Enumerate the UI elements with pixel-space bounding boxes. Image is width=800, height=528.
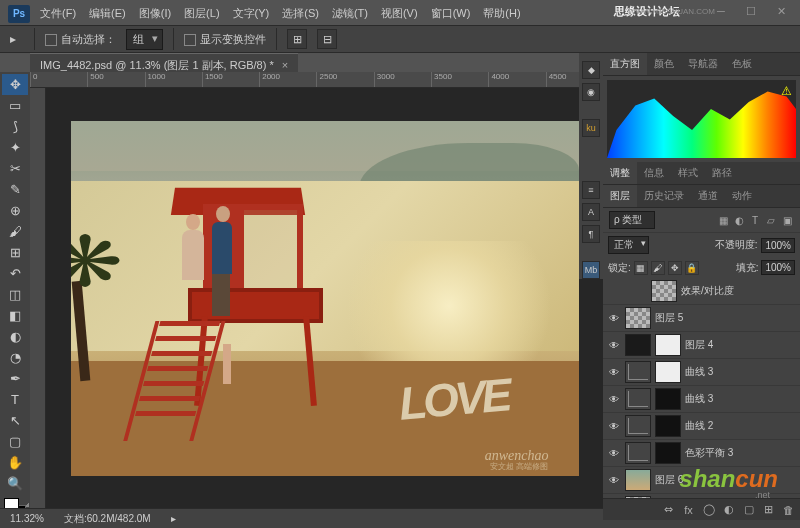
layer-thumbnail[interactable] — [625, 442, 651, 464]
panel-icon[interactable]: ku — [582, 119, 600, 137]
layer-row[interactable]: 👁图层 5 — [603, 305, 800, 332]
filter-adjust-icon[interactable]: ◐ — [732, 213, 746, 227]
tab-adjustments[interactable]: 调整 — [603, 162, 637, 184]
tab-navigator[interactable]: 导航器 — [681, 53, 725, 75]
zoom-level[interactable]: 11.32% — [10, 513, 44, 524]
shape-tool[interactable]: ▢ — [2, 431, 28, 452]
lock-pixels-icon[interactable]: 🖌 — [651, 261, 665, 275]
lock-all-icon[interactable]: 🔒 — [685, 261, 699, 275]
heal-tool[interactable]: ⊕ — [2, 200, 28, 221]
move-tool[interactable]: ✥ — [2, 74, 28, 95]
layer-thumbnail[interactable] — [625, 334, 651, 356]
visibility-toggle[interactable]: 👁 — [607, 340, 621, 351]
fill-input[interactable]: 100% — [761, 260, 795, 275]
tab-color[interactable]: 颜色 — [647, 53, 681, 75]
menu-window[interactable]: 窗口(W) — [428, 4, 474, 23]
close-tab-icon[interactable]: × — [282, 59, 288, 71]
menu-edit[interactable]: 编辑(E) — [86, 4, 129, 23]
menu-select[interactable]: 选择(S) — [279, 4, 322, 23]
delete-layer-icon[interactable]: 🗑 — [781, 502, 796, 517]
history-brush-tool[interactable]: ↶ — [2, 263, 28, 284]
tab-actions[interactable]: 动作 — [725, 185, 759, 207]
eyedropper-tool[interactable]: ✎ — [2, 179, 28, 200]
lock-transparency-icon[interactable]: ▦ — [634, 261, 648, 275]
blend-mode-dropdown[interactable]: 正常 — [608, 236, 649, 254]
menu-view[interactable]: 视图(V) — [378, 4, 421, 23]
menu-type[interactable]: 文字(Y) — [230, 4, 273, 23]
panel-icon[interactable]: A — [582, 203, 600, 221]
layer-style-icon[interactable]: fx — [681, 502, 696, 517]
menu-layer[interactable]: 图层(L) — [181, 4, 222, 23]
align-icon[interactable]: ⊟ — [317, 29, 337, 49]
layer-thumbnail[interactable] — [651, 280, 677, 302]
layer-row[interactable]: 👁曲线 2 — [603, 413, 800, 440]
visibility-toggle[interactable]: 👁 — [607, 394, 621, 405]
layer-thumbnail[interactable] — [625, 469, 651, 491]
menu-help[interactable]: 帮助(H) — [480, 4, 523, 23]
layer-row[interactable]: 效果/对比度 — [603, 278, 800, 305]
layer-thumbnail[interactable] — [625, 496, 651, 498]
layer-row[interactable]: 👁图层 4 — [603, 332, 800, 359]
menu-image[interactable]: 图像(I) — [136, 4, 174, 23]
panel-icon[interactable]: ◉ — [582, 83, 600, 101]
status-arrow[interactable]: ▸ — [171, 513, 176, 524]
layer-thumbnail[interactable] — [625, 307, 651, 329]
histogram-display[interactable]: ⚠ — [607, 80, 796, 158]
visibility-toggle[interactable]: 👁 — [607, 421, 621, 432]
kind-filter[interactable]: ρ 类型 — [609, 211, 655, 229]
blur-tool[interactable]: ◐ — [2, 326, 28, 347]
path-tool[interactable]: ↖ — [2, 410, 28, 431]
tab-channels[interactable]: 通道 — [691, 185, 725, 207]
filter-smart-icon[interactable]: ▣ — [780, 213, 794, 227]
canvas[interactable]: LOVE anwenchao 安文超 高端修图 — [46, 88, 603, 508]
visibility-toggle[interactable]: 👁 — [607, 475, 621, 486]
doc-size[interactable]: 文档:60.2M/482.0M — [64, 512, 151, 526]
new-adjustment-icon[interactable]: ◐ — [721, 502, 736, 517]
brush-tool[interactable]: 🖌 — [2, 221, 28, 242]
panel-icon[interactable]: ¶ — [582, 225, 600, 243]
opacity-input[interactable]: 100% — [761, 238, 795, 253]
app-logo[interactable]: Ps — [8, 5, 30, 23]
tab-swatches[interactable]: 色板 — [725, 53, 759, 75]
layer-row[interactable]: 👁色彩平衡 3 — [603, 440, 800, 467]
maximize-button[interactable]: ☐ — [737, 2, 765, 20]
tab-info[interactable]: 信息 — [637, 162, 671, 184]
mask-thumbnail[interactable] — [655, 388, 681, 410]
filter-type-icon[interactable]: T — [748, 213, 762, 227]
mask-thumbnail[interactable] — [655, 415, 681, 437]
lock-position-icon[interactable]: ✥ — [668, 261, 682, 275]
mask-thumbnail[interactable] — [655, 442, 681, 464]
pen-tool[interactable]: ✒ — [2, 368, 28, 389]
add-mask-icon[interactable]: ◯ — [701, 502, 716, 517]
layer-thumbnail[interactable] — [625, 415, 651, 437]
mask-thumbnail[interactable] — [655, 361, 681, 383]
mask-thumbnail[interactable] — [655, 334, 681, 356]
panel-icon[interactable]: ≡ — [582, 181, 600, 199]
filter-pixel-icon[interactable]: ▦ — [716, 213, 730, 227]
stamp-tool[interactable]: ⊞ — [2, 242, 28, 263]
show-transform-checkbox[interactable]: 显示变换控件 — [184, 32, 266, 47]
tab-paths[interactable]: 路径 — [705, 162, 739, 184]
layer-thumbnail[interactable] — [625, 361, 651, 383]
gradient-tool[interactable]: ◧ — [2, 305, 28, 326]
tab-layers[interactable]: 图层 — [603, 185, 637, 207]
layer-row[interactable]: 👁图层 6 — [603, 467, 800, 494]
layer-row[interactable]: 👁曲线 3 — [603, 386, 800, 413]
layer-thumbnail[interactable] — [625, 388, 651, 410]
marquee-tool[interactable]: ▭ — [2, 95, 28, 116]
auto-select-dropdown[interactable]: 组 — [126, 29, 163, 50]
new-group-icon[interactable]: ▢ — [741, 502, 756, 517]
visibility-toggle[interactable]: 👁 — [607, 313, 621, 324]
hand-tool[interactable]: ✋ — [2, 452, 28, 473]
zoom-tool[interactable]: 🔍 — [2, 473, 28, 494]
ruler-vertical[interactable] — [30, 88, 46, 508]
close-button[interactable]: ✕ — [767, 2, 795, 20]
crop-tool[interactable]: ✂ — [2, 158, 28, 179]
panel-icon[interactable]: ◆ — [582, 61, 600, 79]
link-layers-icon[interactable]: ⇔ — [661, 502, 676, 517]
tab-history[interactable]: 历史记录 — [637, 185, 691, 207]
tab-histogram[interactable]: 直方图 — [603, 53, 647, 75]
auto-select-checkbox[interactable]: 自动选择： — [45, 32, 116, 47]
panel-icon[interactable]: Mb — [582, 261, 600, 279]
eraser-tool[interactable]: ◫ — [2, 284, 28, 305]
